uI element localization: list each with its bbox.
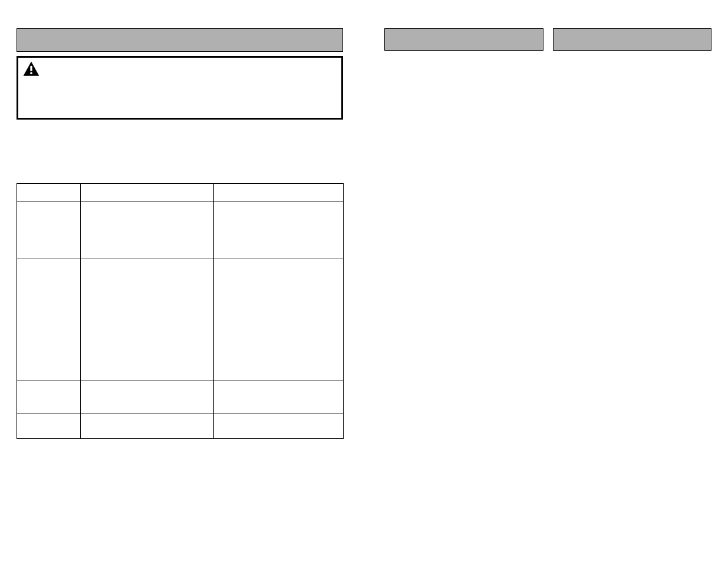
table-header — [17, 184, 81, 201]
maintenance-table — [17, 183, 344, 439]
svg-point-2 — [30, 72, 32, 74]
table-header — [81, 184, 214, 201]
table-cell — [214, 381, 344, 414]
table-cell — [214, 414, 344, 439]
warning-box — [17, 56, 343, 120]
table-cell — [214, 201, 344, 259]
table-cell — [17, 201, 81, 259]
disposal-header — [553, 28, 712, 51]
table-cell — [81, 201, 214, 259]
svg-rect-1 — [30, 66, 32, 71]
table-cell — [17, 414, 81, 439]
storage-header — [384, 28, 543, 51]
table-cell — [81, 259, 214, 381]
table-cell — [17, 259, 81, 381]
table-cell — [81, 381, 214, 414]
table-cell — [214, 259, 344, 381]
maintenance-header — [17, 28, 343, 52]
warning-icon — [23, 61, 39, 77]
table-header — [214, 184, 344, 201]
table-cell — [81, 414, 214, 439]
table-cell — [17, 381, 81, 414]
